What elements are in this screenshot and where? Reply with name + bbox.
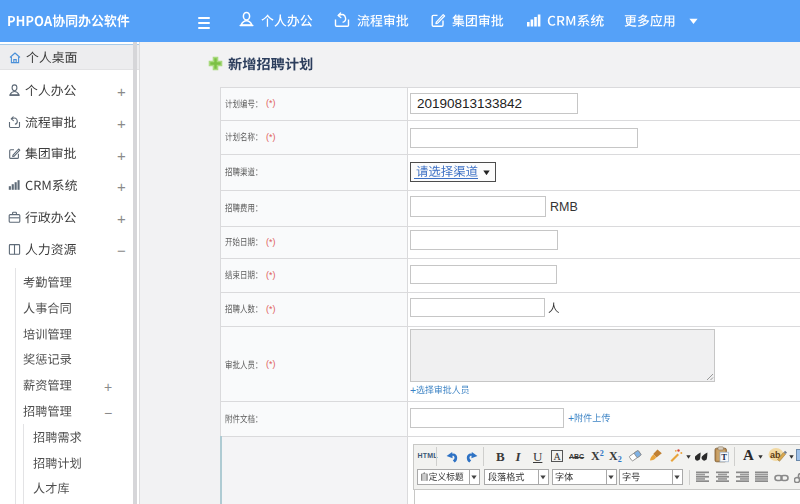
svg-text:T: T [721,452,727,462]
